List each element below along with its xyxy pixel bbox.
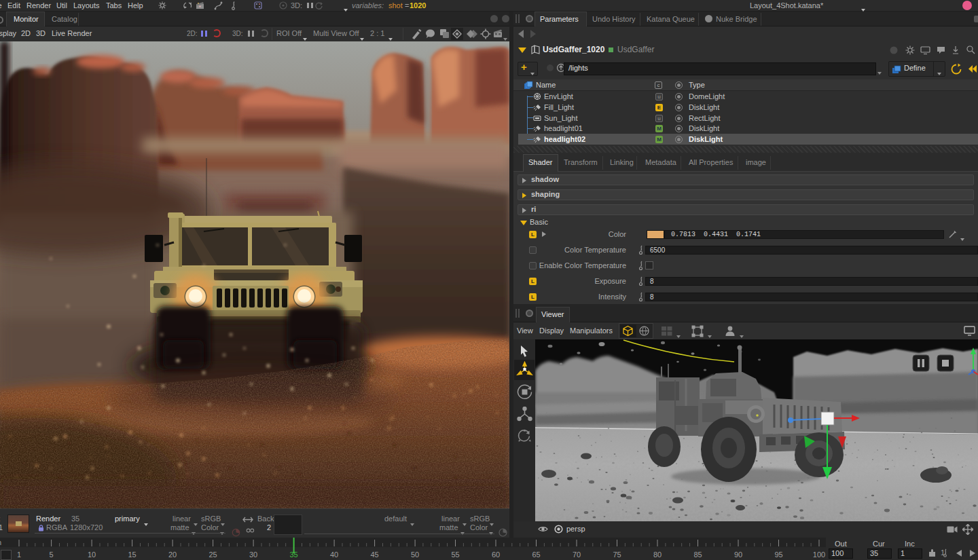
svg-text:15: 15: [128, 550, 136, 559]
svg-text:40: 40: [330, 550, 338, 559]
svg-text:5: 5: [50, 550, 54, 559]
svg-text:80: 80: [653, 550, 662, 559]
svg-text:70: 70: [573, 550, 581, 559]
svg-text:85: 85: [693, 550, 702, 559]
svg-text:75: 75: [613, 550, 621, 559]
svg-text:35: 35: [289, 550, 297, 559]
svg-text:95: 95: [774, 550, 782, 559]
svg-text:60: 60: [492, 550, 500, 559]
svg-text:90: 90: [734, 550, 742, 559]
svg-text:65: 65: [532, 550, 540, 559]
svg-text:10: 10: [88, 550, 96, 559]
svg-text:55: 55: [451, 550, 459, 559]
svg-text:100: 100: [813, 550, 825, 559]
svg-text:45: 45: [370, 550, 378, 559]
svg-text:30: 30: [249, 550, 257, 559]
svg-text:25: 25: [209, 550, 217, 559]
svg-text:1: 1: [17, 550, 21, 559]
svg-text:20: 20: [168, 550, 177, 559]
svg-text:50: 50: [411, 550, 419, 559]
